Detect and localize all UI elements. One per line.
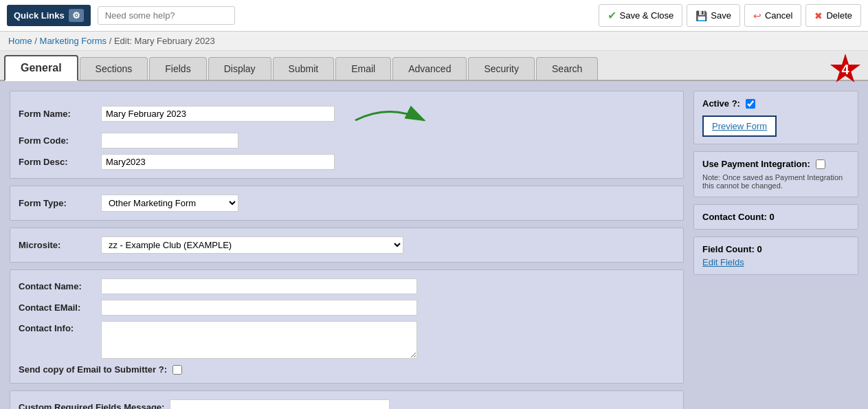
send-copy-label: Send copy of Email to Submitter ?: (19, 364, 167, 375)
active-row: Active ?: (702, 98, 849, 109)
breadcrumb-section[interactable]: Marketing Forms (40, 36, 107, 46)
form-desc-input[interactable] (101, 154, 335, 170)
custom-required-input[interactable] (170, 399, 390, 409)
content-area: Form Name: Form Code: (0, 81, 868, 409)
x-icon: ✖ (814, 10, 823, 21)
custom-required-row: Custom Required Fields Message: (19, 399, 675, 409)
active-preview-section: Active ?: Preview Form (693, 91, 858, 144)
cancel-label: Cancel (765, 10, 792, 21)
contact-email-row: Contact EMail: (19, 300, 675, 316)
contact-count-section: Contact Count: 0 (693, 204, 858, 230)
form-code-label: Form Code: (19, 135, 101, 146)
contact-info-row: Contact Info: (19, 321, 675, 359)
edit-fields-link[interactable]: Edit Fields (702, 257, 849, 267)
breadcrumb-current: Edit: Mary February 2023 (114, 36, 215, 46)
tab-sections[interactable]: Sections (80, 57, 148, 80)
preview-form-link[interactable]: Preview Form (702, 115, 777, 137)
use-payment-label: Use Payment Integration: (702, 159, 810, 169)
help-input[interactable] (98, 6, 235, 25)
cancel-button[interactable]: ↩ Cancel (744, 4, 801, 27)
field-count-section: Field Count: 0 Edit Fields (693, 236, 858, 275)
arrow-area (335, 100, 675, 127)
microsite-select[interactable]: zz - Example Club (EXAMPLE) (101, 236, 403, 254)
form-name-section: Form Name: Form Code: (10, 91, 684, 179)
tab-display[interactable]: Display (208, 57, 271, 80)
contact-name-label: Contact Name: (19, 281, 101, 291)
breadcrumb-sep2: / (109, 36, 114, 46)
form-name-input[interactable] (101, 106, 335, 122)
form-type-row: Form Type: Other Marketing Form (19, 195, 675, 212)
active-checkbox[interactable] (746, 99, 755, 109)
save-close-button[interactable]: ✔ Save & Close (599, 4, 683, 27)
tab-fields[interactable]: Fields (149, 57, 206, 80)
payment-row: Use Payment Integration: (702, 159, 849, 169)
quick-links-button[interactable]: Quick Links ⚙ (7, 5, 91, 26)
contact-name-row: Contact Name: (19, 278, 675, 294)
breadcrumb-sep1: / (34, 36, 39, 46)
delete-label: Delete (826, 10, 852, 21)
quick-links-label: Quick Links (14, 10, 65, 21)
field-count-label: Field Count: 0 (702, 244, 762, 254)
payment-note: Note: Once saved as Payment Integration … (702, 173, 849, 190)
contact-count-label: Contact Count: 0 (702, 212, 775, 222)
tab-security[interactable]: Security (468, 57, 535, 80)
contact-email-label: Contact EMail: (19, 302, 101, 313)
form-name-row: Form Name: (19, 100, 675, 127)
tab-submit[interactable]: Submit (273, 57, 335, 80)
gear-icon: ⚙ (69, 9, 84, 22)
save-button[interactable]: 💾 Save (687, 4, 740, 27)
send-copy-checkbox[interactable] (173, 365, 182, 375)
form-type-section: Form Type: Other Marketing Form (10, 186, 684, 221)
form-name-label: Form Name: (19, 109, 101, 119)
disk-icon: 💾 (695, 10, 707, 21)
payment-integration-section: Use Payment Integration: Note: Once save… (693, 151, 858, 197)
form-code-row: Form Code: (19, 133, 675, 148)
notification-badge: 4 (830, 54, 861, 85)
form-type-label: Form Type: (19, 198, 101, 208)
tab-search[interactable]: Search (536, 57, 598, 80)
save-label: Save (711, 10, 731, 21)
form-code-input[interactable] (101, 133, 238, 148)
custom-required-label: Custom Required Fields Message: (19, 402, 170, 409)
tab-general[interactable]: General (4, 55, 78, 81)
top-actions: ✔ Save & Close 💾 Save ↩ Cancel ✖ Delete (599, 4, 861, 27)
save-close-label: Save & Close (620, 10, 674, 21)
contact-info-label: Contact Info: (19, 321, 101, 333)
contact-info-textarea[interactable] (101, 321, 417, 359)
delete-button[interactable]: ✖ Delete (805, 4, 861, 27)
form-type-select[interactable]: Other Marketing Form (101, 195, 238, 212)
undo-icon: ↩ (753, 10, 761, 21)
arrow-svg (348, 100, 431, 127)
custom-required-section: Custom Required Fields Message: (10, 390, 684, 409)
active-label: Active ?: (702, 98, 740, 109)
tabs-bar: General Sections Fields Display Submit E… (0, 51, 868, 81)
tab-email[interactable]: Email (335, 57, 391, 80)
left-panel: Form Name: Form Code: (10, 91, 684, 409)
payment-checkbox[interactable] (816, 159, 825, 169)
contact-email-input[interactable] (101, 300, 417, 316)
tab-advanced[interactable]: Advanced (392, 57, 467, 80)
microsite-section: Microsite: zz - Example Club (EXAMPLE) (10, 228, 684, 263)
check-icon: ✔ (608, 9, 616, 22)
send-copy-row: Send copy of Email to Submitter ?: (19, 364, 675, 375)
microsite-row: Microsite: zz - Example Club (EXAMPLE) (19, 236, 675, 254)
top-bar: Quick Links ⚙ ✔ Save & Close 💾 Save ↩ Ca… (0, 0, 868, 32)
contact-section: Contact Name: Contact EMail: Contact Inf… (10, 269, 684, 384)
breadcrumb-home[interactable]: Home (8, 36, 32, 46)
breadcrumb: Home / Marketing Forms / Edit: Mary Febr… (0, 32, 868, 51)
contact-name-input[interactable] (101, 278, 417, 294)
form-desc-label: Form Desc: (19, 157, 101, 167)
right-panel: Active ?: Preview Form Use Payment Integ… (693, 91, 858, 409)
microsite-label: Microsite: (19, 240, 101, 250)
form-desc-row: Form Desc: (19, 154, 675, 170)
